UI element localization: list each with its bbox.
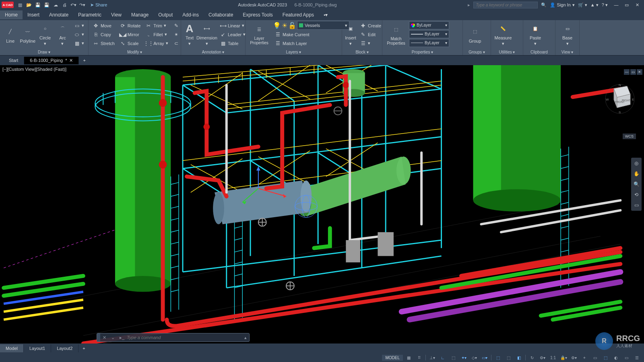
paste-button[interactable]: 📋Paste▾ — [526, 21, 545, 48]
cmdline-grip[interactable] — [97, 333, 100, 341]
stretch-button[interactable]: ⇿Stretch — [91, 39, 116, 47]
maximize-button[interactable]: ▭ — [621, 1, 632, 9]
circle-button[interactable]: ○Circle▾ — [37, 21, 53, 48]
nav-orbit-icon[interactable]: ⟲ — [632, 191, 640, 199]
status-ortho-icon[interactable]: ⬚ — [448, 354, 458, 361]
tab-addins[interactable]: Add-ins — [178, 10, 204, 19]
block-create-button[interactable]: ✚Create — [358, 22, 383, 30]
status-snap-icon[interactable]: ⠿ — [414, 354, 424, 361]
tab-featured-apps[interactable]: Featured Apps — [278, 10, 319, 19]
match-layer-button[interactable]: ☰Match Layer — [273, 39, 349, 47]
nav-showmotion-icon[interactable]: ▭ — [632, 201, 640, 209]
status-units-icon[interactable]: ▭ — [590, 354, 600, 361]
trim-button[interactable]: ✂Trim ▾ — [144, 22, 169, 30]
status-transparency-icon[interactable]: ◧ — [514, 354, 524, 361]
arc-button[interactable]: ⌒Arc▾ — [55, 21, 70, 48]
qat-save-icon[interactable]: 💾 — [34, 1, 42, 9]
tab-view[interactable]: View — [106, 10, 126, 19]
dimension-button[interactable]: ⟷Dimension▾ — [197, 21, 217, 48]
layer-lock-icon[interactable]: 🔓 — [288, 22, 296, 29]
close-button[interactable]: ✕ — [632, 1, 642, 9]
status-lwt-icon[interactable]: ⬚ — [504, 354, 513, 361]
drawing-viewport[interactable]: [−][Custom View][Shaded (Fast)] — ▭ ✕ — [0, 65, 644, 343]
ellipse-button[interactable]: ⬭▾ — [72, 31, 86, 39]
file-tab-start[interactable]: Start — [3, 57, 24, 64]
text-button[interactable]: AText▾ — [184, 21, 196, 48]
qat-undo-icon[interactable]: ↶▾ — [69, 1, 77, 9]
move-button[interactable]: ✥Move — [91, 22, 116, 30]
tab-manage[interactable]: Manage — [126, 10, 153, 19]
panel-view-label[interactable]: View ▾ — [555, 49, 579, 55]
insert-block-button[interactable]: ▣Insert▾ — [345, 21, 357, 48]
file-tab-current[interactable]: 6-B-1000_Piping*✕ — [24, 57, 79, 64]
qat-plot-icon[interactable]: 🖨 — [60, 1, 68, 9]
tab-overflow-icon[interactable]: ▪▾ — [319, 10, 332, 19]
status-3dosnap-icon[interactable]: ⬚ — [493, 354, 503, 361]
line-button[interactable]: ╱Line — [2, 21, 18, 48]
layer-sun-icon[interactable]: ☀ — [282, 22, 287, 29]
erase-button[interactable]: ✎ — [171, 22, 181, 30]
lineweight-dropdown[interactable]: ByLayer▾ — [409, 30, 449, 38]
qat-saveas-icon[interactable]: 💾 — [43, 1, 51, 9]
current-layer-dropdown[interactable]: Vessels▾ — [297, 21, 349, 30]
autodesk-account-icon[interactable]: ▲ ▾ — [590, 2, 599, 8]
match-properties-button[interactable]: ⬚Match Properties — [385, 21, 407, 48]
minimize-button[interactable]: — — [611, 1, 621, 9]
signin-button[interactable]: 👤 Sign In ▾ — [550, 2, 575, 8]
status-hardware-icon[interactable]: ⬚ — [601, 354, 610, 361]
measure-button[interactable]: 📏Measure▾ — [493, 21, 513, 48]
status-grid-icon[interactable]: ▦ — [404, 354, 413, 361]
command-input[interactable] — [127, 335, 242, 340]
nav-pan-icon[interactable]: ✋ — [632, 170, 640, 178]
nav-wheel-icon[interactable]: ◎ — [632, 159, 640, 167]
status-model-button[interactable]: MODEL — [382, 355, 403, 361]
status-isolate-icon[interactable]: ◐ — [611, 354, 621, 361]
linear-button[interactable]: ⟷Linear ▾ — [218, 22, 247, 30]
viewport-label[interactable]: [−][Custom View][Shaded (Fast)] — [2, 67, 66, 72]
panel-block-label[interactable]: Block ▾ — [342, 49, 382, 55]
panel-properties-label[interactable]: Properties ▾ — [382, 49, 462, 55]
status-cycling-icon[interactable]: ↻ — [527, 354, 537, 361]
search-expand-icon[interactable]: ▸ — [468, 2, 470, 8]
table-button[interactable]: ▦Table — [218, 39, 247, 47]
status-monitor-icon[interactable]: + — [580, 354, 589, 361]
make-current-button[interactable]: ☰Make Current — [273, 31, 349, 39]
rotate-button[interactable]: ⟳Rotate — [118, 22, 142, 30]
vp-minimize-icon[interactable]: — — [624, 69, 630, 75]
color-dropdown[interactable]: ByLayer▾ — [409, 21, 449, 29]
tab-collaborate[interactable]: Collaborate — [204, 10, 238, 19]
tab-insert[interactable]: Insert — [23, 10, 44, 19]
array-button[interactable]: ⋮⋮Array ▾ — [144, 39, 169, 47]
viewcube[interactable]: FRONT RIGHT WE NS — [604, 81, 636, 113]
command-line[interactable]: ✕ ⌄ ▸_ ▴ — [97, 333, 250, 342]
scale-button[interactable]: ⤡Scale — [118, 39, 142, 47]
tab-express-tools[interactable]: Express Tools — [238, 10, 277, 19]
qat-new-icon[interactable]: ▥ — [16, 1, 24, 9]
cmdline-close-icon[interactable]: ✕ — [100, 335, 109, 340]
hatch-button[interactable]: ▦▾ — [72, 39, 86, 47]
panel-utilities-label[interactable]: Utilities ▾ — [491, 49, 523, 55]
copy-button[interactable]: ⎘Copy — [91, 31, 116, 39]
tab-annotate[interactable]: Annotate — [44, 10, 73, 19]
tab-parametric[interactable]: Parametric — [73, 10, 106, 19]
qat-open-icon[interactable]: 📂 — [25, 1, 33, 9]
group-button[interactable]: ⬚Group — [465, 21, 485, 48]
linetype-dropdown[interactable]: ByLayer▾ — [409, 39, 449, 47]
panel-draw-label[interactable]: Draw ▾ — [0, 49, 88, 55]
mirror-button[interactable]: ◣◢Mirror — [118, 31, 142, 39]
qat-redo-icon[interactable]: ↷▾ — [78, 1, 86, 9]
edit-attr-button[interactable]: ☰▾ — [358, 39, 383, 47]
status-polar-icon[interactable]: ✦▾ — [459, 354, 469, 361]
cmdline-recent-icon[interactable]: ⌄ — [109, 335, 117, 340]
panel-layers-label[interactable]: Layers ▾ — [246, 49, 342, 55]
leader-button[interactable]: ↙Leader ▾ — [218, 31, 247, 39]
tab-output[interactable]: Output — [153, 10, 178, 19]
vp-close-icon[interactable]: ✕ — [637, 69, 642, 75]
status-dynamic-icon[interactable]: ∟ — [438, 354, 448, 361]
tab-home[interactable]: Home — [0, 10, 23, 19]
qat-web-icon[interactable]: ☁ — [52, 1, 60, 9]
layout-tab-model[interactable]: Model — [0, 344, 24, 352]
status-infer-icon[interactable]: ⊥▾ — [427, 354, 437, 361]
search-input[interactable] — [473, 2, 538, 8]
status-customize-icon[interactable]: ☰ — [632, 354, 642, 361]
